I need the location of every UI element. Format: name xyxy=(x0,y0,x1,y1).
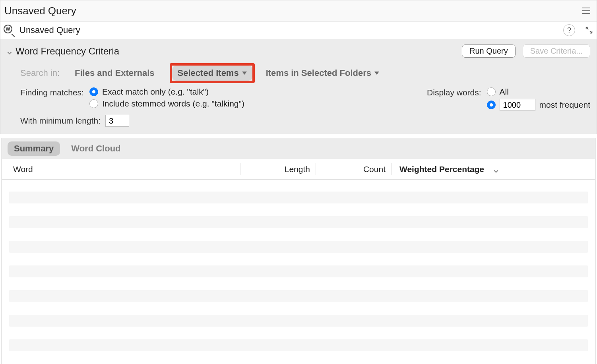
selected-items-label: Selected Items xyxy=(178,68,239,78)
radio-exact[interactable] xyxy=(89,87,98,96)
table-body xyxy=(2,180,595,364)
min-length-row: With minimum length: xyxy=(0,111,597,127)
results-panel: Summary Word Cloud Word Length Count Wei… xyxy=(2,138,595,364)
display-most-frequent-row[interactable]: most frequent xyxy=(487,99,590,111)
highlight-selected-items: Selected Items xyxy=(170,63,255,83)
table-row xyxy=(9,290,588,302)
radio-all[interactable] xyxy=(487,87,496,96)
radio-stemmed[interactable] xyxy=(89,99,98,108)
criteria-header: Word Frequency Criteria Run Query Save C… xyxy=(0,39,597,61)
col-word[interactable]: Word xyxy=(2,163,240,175)
search-in-row: Search in: Files and Externals Selected … xyxy=(0,61,597,85)
sort-chevron-icon xyxy=(493,167,499,172)
dropdown-triangle-icon xyxy=(242,72,247,75)
run-query-button[interactable]: Run Query xyxy=(462,45,516,58)
search-in-label: Search in: xyxy=(20,68,60,78)
table-row xyxy=(9,216,588,228)
col-count[interactable]: Count xyxy=(316,163,392,175)
breadcrumb-row: W Unsaved Query ? xyxy=(0,21,597,39)
criteria-panel: Word Frequency Criteria Run Query Save C… xyxy=(0,39,597,134)
criteria-title: Word Frequency Criteria xyxy=(16,46,119,57)
table-header: Word Length Count Weighted Percentage xyxy=(2,159,595,180)
match-stemmed-row[interactable]: Include stemmed words (e.g. "talking") xyxy=(89,99,244,108)
save-criteria-button: Save Criteria... xyxy=(523,45,590,58)
window-title: Unsaved Query xyxy=(4,5,76,17)
display-all-row[interactable]: All xyxy=(487,87,590,97)
table-row xyxy=(9,265,588,277)
search-items-in-folders[interactable]: Items in Selected Folders xyxy=(266,68,379,78)
display-count-input[interactable] xyxy=(500,99,535,111)
results-tabs: Summary Word Cloud xyxy=(2,138,595,159)
search-files-externals[interactable]: Files and Externals xyxy=(71,66,159,81)
menu-icon[interactable] xyxy=(582,8,590,14)
col-length[interactable]: Length xyxy=(240,163,316,175)
search-selected-items[interactable]: Selected Items xyxy=(172,66,252,81)
match-exact-label: Exact match only (e.g. "talk") xyxy=(102,87,209,97)
tab-word-cloud[interactable]: Word Cloud xyxy=(71,143,120,154)
word-query-icon: W xyxy=(4,25,15,36)
help-button[interactable]: ? xyxy=(563,24,575,36)
breadcrumb-label: Unsaved Query xyxy=(19,25,80,35)
table-row xyxy=(9,192,588,203)
title-bar: Unsaved Query xyxy=(0,0,597,21)
col-weighted-label: Weighted Percentage xyxy=(399,165,484,174)
table-row xyxy=(9,315,588,327)
collapse-chevron-icon[interactable] xyxy=(7,48,12,54)
match-exact-row[interactable]: Exact match only (e.g. "talk") xyxy=(89,87,244,97)
finding-matches-label: Finding matches: xyxy=(20,87,84,111)
table-row xyxy=(9,241,588,253)
radio-most-frequent[interactable] xyxy=(487,101,496,109)
dropdown-triangle-icon xyxy=(374,72,379,75)
min-length-input[interactable] xyxy=(105,115,129,127)
items-in-folders-label: Items in Selected Folders xyxy=(266,68,371,78)
most-frequent-label: most frequent xyxy=(539,100,590,110)
display-words-label: Display words: xyxy=(427,87,481,111)
options-row: Finding matches: Exact match only (e.g. … xyxy=(0,85,597,111)
col-weighted[interactable]: Weighted Percentage xyxy=(392,165,507,174)
table-row xyxy=(9,339,588,351)
match-stemmed-label: Include stemmed words (e.g. "talking") xyxy=(102,99,244,108)
display-all-label: All xyxy=(500,87,509,97)
tab-summary[interactable]: Summary xyxy=(8,141,60,156)
min-length-label: With minimum length: xyxy=(20,116,101,126)
expand-icon[interactable] xyxy=(585,26,593,35)
